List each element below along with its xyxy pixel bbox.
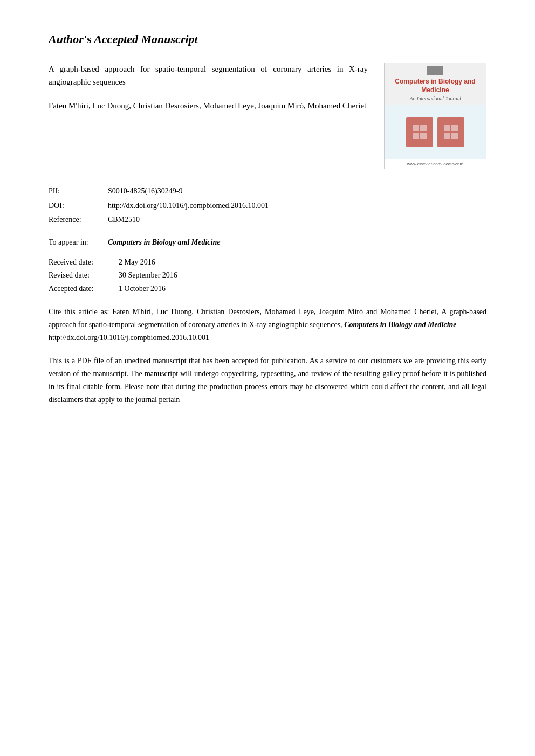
received-value: 2 May 2016 <box>119 256 486 268</box>
to-appear-row: To appear in: Computers in Biology and M… <box>49 237 486 248</box>
reference-value: CBM2510 <box>108 214 486 226</box>
revised-row: Revised date: 30 September 2016 <box>49 269 486 281</box>
article-title-block: A graph-based approach for spatio-tempor… <box>49 63 384 112</box>
journal-cover-title: Computers in Biology and Medicine <box>389 78 482 94</box>
cite-section: Cite this article as: Faten M'hiri, Luc … <box>49 306 486 344</box>
to-appear-value: Computers in Biology and Medicine <box>108 237 486 248</box>
doi-label: DOI: <box>49 200 108 212</box>
revised-value: 30 September 2016 <box>119 269 486 281</box>
pii-row: PII: S0010-4825(16)30249-9 <box>49 185 486 197</box>
reference-label: Reference: <box>49 214 108 226</box>
pii-label: PII: <box>49 185 108 197</box>
cite-doi: http://dx.doi.org/10.1016/j.compbiomed.2… <box>49 334 209 342</box>
journal-cover-subtitle: An International Journal <box>389 96 482 101</box>
svg-rect-0 <box>413 125 419 131</box>
top-section: A graph-based approach for spatio-tempor… <box>49 63 486 169</box>
received-row: Received date: 2 May 2016 <box>49 256 486 268</box>
dates-section: Received date: 2 May 2016 Revised date: … <box>49 256 486 295</box>
svg-rect-5 <box>451 125 458 131</box>
svg-rect-2 <box>413 133 419 139</box>
authors: Faten M'hiri, Luc Duong, Christian Desro… <box>49 99 368 112</box>
svg-rect-3 <box>420 133 427 139</box>
to-appear-label: To appear in: <box>49 237 108 248</box>
journal-cover-top: Computers in Biology and Medicine An Int… <box>385 63 486 105</box>
description-section: This is a PDF file of an unedited manusc… <box>49 355 486 406</box>
metadata-section: PII: S0010-4825(16)30249-9 DOI: http://d… <box>49 185 486 226</box>
page-title: Author's Accepted Manuscript <box>49 32 486 46</box>
reference-row: Reference: CBM2510 <box>49 214 486 226</box>
pii-value: S0010-4825(16)30249-9 <box>108 185 486 197</box>
doi-value: http://dx.doi.org/10.1016/j.compbiomed.2… <box>108 200 486 212</box>
article-title: A graph-based approach for spatio-tempor… <box>49 63 368 88</box>
svg-rect-7 <box>451 133 458 139</box>
journal-cover-url: www.elsevier.com/locate/cbm <box>407 159 463 169</box>
journal-icon-left <box>411 124 428 140</box>
svg-rect-1 <box>420 125 427 131</box>
accepted-row: Accepted date: 1 October 2016 <box>49 283 486 295</box>
received-label: Received date: <box>49 256 119 268</box>
doi-row: DOI: http://dx.doi.org/10.1016/j.compbio… <box>49 200 486 212</box>
description-text: This is a PDF file of an unedited manusc… <box>49 357 486 403</box>
journal-cover-image <box>385 105 486 159</box>
accepted-label: Accepted date: <box>49 283 119 295</box>
svg-rect-6 <box>444 133 450 139</box>
cite-journal: Computers in Biology and Medicine <box>344 321 456 329</box>
svg-rect-4 <box>444 125 450 131</box>
journal-cover: Computers in Biology and Medicine An Int… <box>384 63 486 169</box>
journal-icon-right <box>443 124 459 140</box>
accepted-value: 1 October 2016 <box>119 283 486 295</box>
journal-logo-placeholder <box>427 66 443 75</box>
manuscript-page: Author's Accepted Manuscript A graph-bas… <box>0 0 535 756</box>
revised-label: Revised date: <box>49 269 119 281</box>
